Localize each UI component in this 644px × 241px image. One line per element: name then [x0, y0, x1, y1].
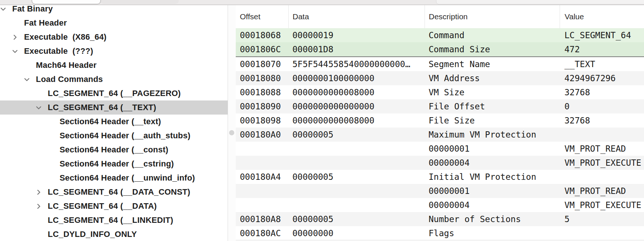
tree-item-label: LC_SEGMENT_64 (__DATA): [48, 201, 157, 211]
tree-item-label: Executable (???): [24, 46, 93, 56]
cell-description: Segment Name: [425, 57, 560, 71]
table-row[interactable]: 000180AC00000000Flags: [236, 226, 644, 240]
cell-description: 00000001: [425, 184, 560, 198]
table-row[interactable]: 00000004VM_PROT_EXECUTE: [236, 156, 644, 170]
column-header-value[interactable]: Value: [560, 5, 644, 28]
tree-item[interactable]: Load Commands: [0, 72, 228, 86]
partial-next-row: [236, 240, 644, 241]
tree-item[interactable]: Fat Binary: [0, 5, 228, 16]
toolbar: [0, 0, 644, 5]
cell-description: VM Address: [425, 71, 560, 85]
cell-value: 5: [560, 212, 644, 226]
cell-data: [288, 156, 425, 170]
table-row[interactable]: 00000004VM_PROT_EXECUTE: [236, 198, 644, 212]
cell-description: Maximum VM Protection: [425, 128, 560, 142]
pane-splitter[interactable]: [228, 5, 236, 241]
table-row[interactable]: 00000001VM_PROT_READ: [236, 142, 644, 156]
tree-item[interactable]: Section64 Header (__cstring): [0, 157, 228, 171]
cell-offset: 00018090: [236, 99, 288, 113]
cell-value: 472: [560, 42, 644, 57]
table-row[interactable]: 000180A400000005Initial VM Protection: [236, 170, 644, 184]
cell-offset: 00018070: [236, 57, 288, 71]
active-tab[interactable]: [31, 0, 101, 4]
table-row[interactable]: 000180800000000100000000VM Address429496…: [236, 71, 644, 85]
column-header-offset[interactable]: Offset: [236, 5, 288, 28]
chevron-right-icon[interactable]: [11, 33, 19, 41]
tree-item[interactable]: LC_SEGMENT_64 (__DATA): [0, 199, 228, 213]
data-table-pane: Offset Data Description Value 0001806800…: [236, 5, 644, 241]
cell-offset: 00018068: [236, 28, 288, 42]
tree-item[interactable]: Section64 Header (__text): [0, 115, 228, 129]
cell-offset: [236, 142, 288, 156]
header-row: Offset Data Description Value: [236, 5, 644, 28]
cell-offset: [236, 198, 288, 212]
tree-item[interactable]: Section64 Header (__const): [0, 143, 228, 157]
cell-value: [560, 170, 644, 184]
tree-item-label: Section64 Header (__auth_stubs): [60, 131, 190, 141]
tree-item-label: LC_SEGMENT_64 (__LINKEDIT): [48, 215, 173, 225]
cell-data: 0000000100000000: [288, 71, 425, 85]
tree-item-label: LC_SEGMENT_64 (__PAGEZERO): [48, 89, 181, 98]
cell-offset: 000180A0: [236, 128, 288, 142]
tree-item[interactable]: Mach64 Header: [0, 58, 228, 72]
cell-value: [560, 128, 644, 142]
cell-offset: [236, 156, 288, 170]
cell-data: 00000005: [288, 212, 425, 226]
table-row[interactable]: 000180A800000005Number of Sections5: [236, 212, 644, 226]
cell-data: [288, 198, 425, 212]
column-header-data[interactable]: Data: [288, 5, 425, 28]
cell-description: VM Size: [425, 85, 560, 99]
table-row[interactable]: 000180A000000005Maximum VM Protection: [236, 128, 644, 142]
tree-item[interactable]: Fat Header: [0, 16, 228, 30]
cell-description: Command Size: [425, 42, 560, 57]
chevron-right-icon[interactable]: [34, 202, 43, 210]
column-header-description[interactable]: Description: [425, 5, 560, 28]
table-row[interactable]: 0001806800000019CommandLC_SEGMENT_64: [236, 28, 644, 42]
tree-item-label: Mach64 Header: [36, 60, 97, 70]
cell-value: VM_PROT_READ: [560, 184, 644, 198]
tree-item-label: Fat Binary: [12, 5, 53, 14]
table-row[interactable]: 000180980000000000008000File Size32768: [236, 113, 644, 128]
chevron-down-icon[interactable]: [11, 47, 19, 55]
table-row[interactable]: 00000001VM_PROT_READ: [236, 184, 644, 198]
tree-item[interactable]: LC_SEGMENT_64 (__LINKEDIT): [0, 213, 228, 227]
splitter-handle-icon[interactable]: [229, 130, 234, 135]
table-row[interactable]: 000180900000000000000000File Offset0: [236, 99, 644, 113]
chevron-right-icon[interactable]: [34, 188, 43, 196]
tree-item[interactable]: LC_DYLD_INFO_ONLY: [0, 227, 228, 241]
toolbar-field[interactable]: [436, 0, 644, 4]
cell-description: 00000001: [425, 142, 560, 156]
cell-description: File Offset: [425, 99, 560, 113]
table-row[interactable]: 000180880000000000008000VM Size32768: [236, 85, 644, 99]
cell-description: Command: [425, 28, 560, 42]
tree-item-label: Fat Header: [24, 18, 67, 28]
table-row[interactable]: 0001806C000001D8Command Size472: [236, 42, 644, 57]
cell-offset: 00018088: [236, 85, 288, 99]
tree-item[interactable]: Section64 Header (__auth_stubs): [0, 129, 228, 143]
cell-value: VM_PROT_EXECUTE: [560, 156, 644, 170]
tree-item-label: LC_SEGMENT_64 (__DATA_CONST): [48, 187, 190, 197]
tree-item[interactable]: LC_SEGMENT_64 (__TEXT): [0, 100, 228, 115]
chevron-down-icon[interactable]: [0, 5, 7, 13]
tree-item[interactable]: Executable (X86_64): [0, 30, 228, 44]
cell-offset: 000180AC: [236, 226, 288, 240]
file-structure-tree: Fat BinaryFat HeaderExecutable (X86_64)E…: [0, 5, 228, 241]
chevron-down-icon[interactable]: [34, 103, 43, 112]
cell-offset: 0001806C: [236, 42, 288, 57]
tree-item-label: Section64 Header (__unwind_info): [60, 173, 195, 183]
toolbar-divider: [0, 4, 644, 5]
tree-item[interactable]: Executable (???): [0, 44, 228, 58]
tree-item-label: Executable (X86_64): [24, 32, 107, 42]
tree-item[interactable]: LC_SEGMENT_64 (__DATA_CONST): [0, 185, 228, 199]
table-row[interactable]: 000180705F5F544558540000000000…Segment N…: [236, 57, 644, 71]
tree-item[interactable]: Section64 Header (__unwind_info): [0, 171, 228, 185]
tree-item[interactable]: LC_SEGMENT_64 (__PAGEZERO): [0, 86, 228, 100]
tree-item-label: Load Commands: [36, 75, 103, 84]
chevron-down-icon[interactable]: [23, 75, 31, 83]
inactive-tab[interactable]: [100, 0, 179, 4]
cell-value: 32768: [560, 113, 644, 128]
cell-data: 00000005: [288, 128, 425, 142]
cell-data: 00000019: [288, 28, 425, 42]
data-table: Offset Data Description Value 0001806800…: [236, 5, 644, 240]
cell-value: 32768: [560, 85, 644, 99]
